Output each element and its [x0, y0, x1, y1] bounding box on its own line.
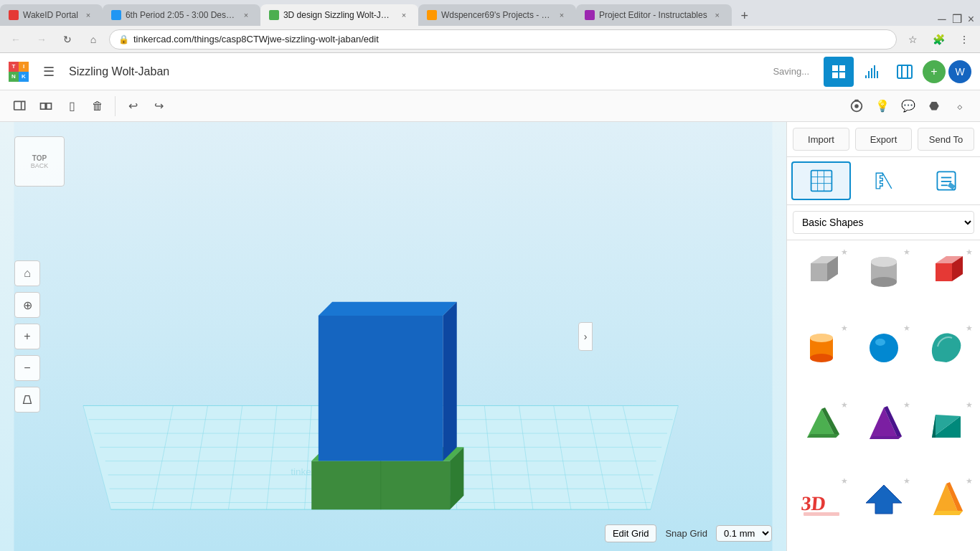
shape-pyramid-green[interactable]: ★ [793, 399, 849, 469]
tinkercad-logo[interactable]: T I N K [9, 62, 29, 82]
tab-tinkercad[interactable]: 3D design Sizzling Wolt-Jaban × [260, 4, 418, 26]
snap-grid-select[interactable]: 0.1 mm 0.5 mm 1 mm [716, 525, 772, 542]
shape-box-gray[interactable]: ★ [793, 246, 849, 316]
viewport[interactable]: tinkercad.com [0, 122, 786, 551]
pyramid-yellow-svg [925, 478, 968, 521]
send-to-button[interactable]: Send To [918, 128, 974, 151]
shape-text-red[interactable]: ★ 3D [793, 475, 849, 545]
simulation-button[interactable] [890, 57, 920, 87]
tab-label-5: Project Editor - Instructables [599, 10, 707, 20]
header-actions: + W [824, 57, 971, 87]
shape-cylinder-gray[interactable]: ★ [855, 246, 912, 316]
tab-projecteditor[interactable]: Project Editor - Instructables × [576, 4, 732, 26]
chrome-menu-icon[interactable]: ⋮ [954, 29, 974, 50]
shape-star-7[interactable]: ★ [841, 400, 848, 410]
panel-collapse-button[interactable]: › [578, 322, 593, 351]
close-button[interactable]: × [968, 13, 974, 26]
shape-box-red[interactable]: ★ [918, 246, 974, 316]
edit-grid-button[interactable]: Edit Grid [605, 524, 657, 542]
shape-pyramid-yellow[interactable]: ★ [918, 475, 974, 545]
redo-button[interactable]: ↪ [147, 95, 170, 118]
ruler-tab[interactable] [854, 161, 913, 200]
shape-star-9[interactable]: ★ [966, 400, 973, 410]
camera-button[interactable] [845, 95, 868, 118]
shapes-grid: ★ ★ [787, 240, 980, 551]
tab-wakeid[interactable]: WakeID Portal × [0, 4, 103, 26]
category-select[interactable]: Basic Shapes Featured Text & Numbers [793, 211, 974, 234]
notes-button[interactable]: 💬 [897, 95, 920, 118]
shape-star-3[interactable]: ★ [966, 248, 973, 257]
reload-button[interactable]: ↻ [57, 29, 77, 50]
shape-star-11[interactable]: ★ [903, 476, 910, 486]
bookmark-icon[interactable]: ☆ [903, 29, 923, 50]
tab-label-4: Wdspencer69's Projects - Instr... [441, 10, 552, 20]
shape-irregular-teal[interactable]: ★ [918, 322, 974, 392]
view-cube[interactable]: TOP BACK [14, 136, 72, 194]
shape-star-2[interactable]: ★ [903, 248, 910, 257]
shape-sphere-blue[interactable]: ★ [855, 322, 912, 392]
shape-star-6[interactable]: ★ [966, 324, 973, 333]
svg-point-72 [810, 354, 833, 362]
cylinder-gray-svg [862, 249, 905, 292]
new-tab-button[interactable]: + [735, 6, 755, 26]
tab-wdspencer[interactable]: Wdspencer69's Projects - Instr... × [418, 4, 576, 26]
undo-button[interactable]: ↩ [121, 95, 144, 118]
shape-star-12[interactable]: ★ [966, 476, 973, 486]
menu-button[interactable]: ☰ [37, 60, 60, 83]
delete-button[interactable]: 🗑 [86, 95, 109, 118]
lock-icon: 🔒 [118, 34, 129, 44]
tab-close-5[interactable]: × [712, 9, 723, 21]
home-view-button[interactable]: ⌂ [14, 260, 40, 286]
shape-pyramid-purple[interactable]: ★ [855, 399, 912, 469]
home-button[interactable]: ⌂ [83, 29, 103, 50]
extensions-icon[interactable]: 🧩 [928, 29, 948, 50]
import-button[interactable]: Import [793, 128, 849, 151]
tab-close-2[interactable]: × [240, 9, 252, 21]
tab-6thperiod[interactable]: 6th Period 2:05 - 3:00 Design ... × [103, 4, 260, 26]
add-user-button[interactable]: + [923, 60, 946, 83]
restore-button[interactable]: ❒ [952, 12, 962, 26]
shape-img-pyramid-purple [862, 402, 905, 445]
tab-close-3[interactable]: × [398, 9, 410, 21]
shape-img-pyramid-yellow [925, 478, 968, 521]
tools-button[interactable] [857, 57, 887, 87]
zoom-out-button[interactable]: − [14, 355, 40, 381]
back-button[interactable]: ← [6, 29, 26, 50]
project-name[interactable]: Sizzling Wolt-Jaban [69, 65, 764, 78]
address-bar[interactable]: 🔒 tinkercad.com/things/casp8CTWjwe-sizzl… [109, 29, 897, 50]
tab-close-1[interactable]: × [83, 9, 94, 21]
export-button[interactable]: Export [855, 128, 912, 151]
shape-star-8[interactable]: ★ [903, 400, 910, 410]
light-button[interactable]: 💡 [871, 95, 894, 118]
perspective-button[interactable] [14, 387, 40, 413]
logo-cell-tl: T [9, 62, 19, 72]
notes-tab-icon [933, 168, 959, 194]
shape-wedge-teal[interactable]: ★ [918, 399, 974, 469]
notes-tab[interactable] [916, 161, 976, 200]
tab-close-4[interactable]: × [556, 9, 567, 21]
mirror-button[interactable]: ⬦ [948, 95, 971, 118]
shape-arrow-blue[interactable]: ★ [855, 475, 912, 545]
copy-button[interactable]: ▯ [60, 95, 83, 118]
group-button[interactable] [34, 95, 57, 118]
svg-rect-2 [832, 72, 838, 78]
zoom-in-button[interactable]: + [14, 324, 40, 349]
shape-star-1[interactable]: ★ [841, 248, 848, 257]
svg-marker-59 [947, 182, 955, 190]
svg-rect-1 [839, 65, 845, 71]
grid-view-button[interactable] [824, 57, 854, 87]
shape-img-text-red: 3D [800, 478, 843, 521]
shape-star-10[interactable]: ★ [841, 476, 848, 486]
arrow-blue-svg [862, 478, 905, 521]
shape-cylinder-orange[interactable]: ★ [793, 322, 849, 392]
shapes-tab[interactable] [791, 161, 851, 200]
align-left-button[interactable]: ⬣ [923, 95, 946, 118]
new-shape-button[interactable] [9, 95, 32, 118]
minimize-button[interactable]: ─ [938, 13, 946, 26]
shape-star-5[interactable]: ★ [903, 324, 910, 333]
svg-rect-13 [854, 99, 859, 101]
fit-view-button[interactable]: ⊕ [14, 292, 40, 318]
shape-star-4[interactable]: ★ [841, 324, 848, 333]
user-avatar[interactable]: W [948, 60, 971, 83]
forward-button[interactable]: → [32, 29, 52, 50]
